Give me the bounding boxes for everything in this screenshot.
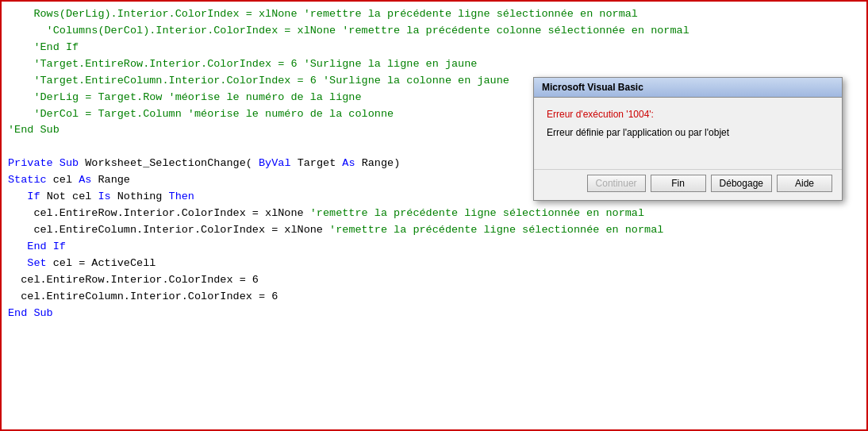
keyword-if: If [27,190,40,202]
keyword-end: End [27,241,46,252]
code-text: Rows(DerLig).Interior.ColorIndex = xlNon… [8,8,638,20]
debug-button[interactable]: Débogage [711,175,772,192]
dialog-error-message: Erreur définie par l'application ou par … [547,126,829,140]
code-line: 'Columns(DerCol).Interior.ColorIndex = x… [8,23,860,40]
code-text: cel.EntireRow.Interior.ColorIndex = 6 [8,274,259,286]
keyword-sub: Sub [60,157,79,169]
keyword-private: Private [8,157,53,169]
keyword-set: Set [27,257,46,269]
keyword-static: Static [8,174,47,186]
code-text: Range) [362,157,401,169]
code-text: cel.EntireColumn.Interior.ColorIndex = 6 [8,291,278,302]
code-comment: 'remettre la précédente ligne sélectionn… [329,224,663,236]
dialog-button-row: Continuer Fin Débogage Aide [534,169,842,200]
code-text [8,190,21,202]
dialog-title: Microsoft Visual Basic [542,82,643,93]
keyword-as: As [342,157,355,169]
code-line: cel.EntireColumn.Interior.ColorIndex = 6 [8,289,860,306]
code-line: End If [8,239,860,256]
code-text [8,257,21,269]
keyword-end2: End [8,307,27,319]
code-text: 'End If [8,41,79,53]
code-text: 'Target.EntireColumn.Interior.ColorIndex… [8,75,509,87]
code-line: End Sub [8,306,860,322]
code-text: Nothing [117,190,169,202]
code-comment: 'remettre la précédente ligne sélectionn… [310,207,644,219]
code-line: Set cel = ActiveCell [8,256,860,272]
code-line: cel.EntireColumn.Interior.ColorIndex = x… [8,222,860,239]
keyword-byval: ByVal [259,157,291,169]
dialog-error-title: Erreur d'exécution '1004': [547,109,829,120]
main-container: Rows(DerLig).Interior.ColorIndex = xlNon… [0,0,868,431]
keyword-sub2: Sub [33,307,52,319]
code-text: Not cel [47,190,98,202]
code-line: cel.EntireRow.Interior.ColorIndex = 6 [8,272,860,289]
code-line: 'End If [8,40,860,56]
end-button[interactable]: Fin [651,175,706,192]
code-text: 'Columns(DerCol).Interior.ColorIndex = x… [8,25,689,37]
code-line: 'Target.EntireRow.Interior.ColorIndex = … [8,56,860,73]
code-text: cel.EntireRow.Interior.ColorIndex = xlNo… [8,207,310,219]
code-text: Target [298,157,343,169]
code-line: cel.EntireRow.Interior.ColorIndex = xlNo… [8,206,860,222]
keyword-if2: If [53,241,66,252]
error-dialog: Microsoft Visual Basic Erreur d'exécutio… [533,77,843,201]
code-text: 'DerLig = Target.Row 'méorise le numéro … [8,91,362,103]
code-line: Rows(DerLig).Interior.ColorIndex = xlNon… [8,6,860,23]
help-button[interactable]: Aide [777,175,832,192]
keyword-then: Then [169,190,194,202]
dialog-titlebar: Microsoft Visual Basic [534,78,842,98]
keyword-as2: As [79,174,91,186]
code-text [8,241,21,252]
code-text: 'DerCol = Target.Column 'méorise le numé… [8,108,394,120]
keyword-is: Is [98,190,110,202]
continue-button[interactable]: Continuer [587,175,646,192]
code-text: cel.EntireColumn.Interior.ColorIndex = x… [8,224,329,236]
code-text: Range [98,174,130,186]
code-text: cel [53,174,79,186]
code-text: 'End Sub [8,124,60,136]
code-text: Worksheet_SelectionChange( [85,157,252,169]
code-text: cel = ActiveCell [53,257,156,269]
code-text: 'Target.EntireRow.Interior.ColorIndex = … [8,58,477,70]
dialog-body: Erreur d'exécution '1004': Erreur défini… [534,98,842,169]
